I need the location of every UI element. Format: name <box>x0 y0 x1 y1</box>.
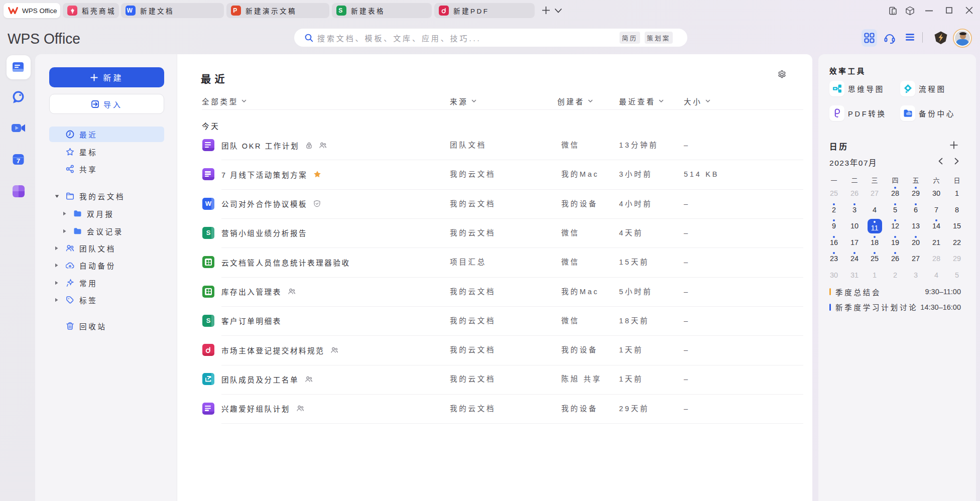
svg-text:7: 7 <box>17 157 21 165</box>
